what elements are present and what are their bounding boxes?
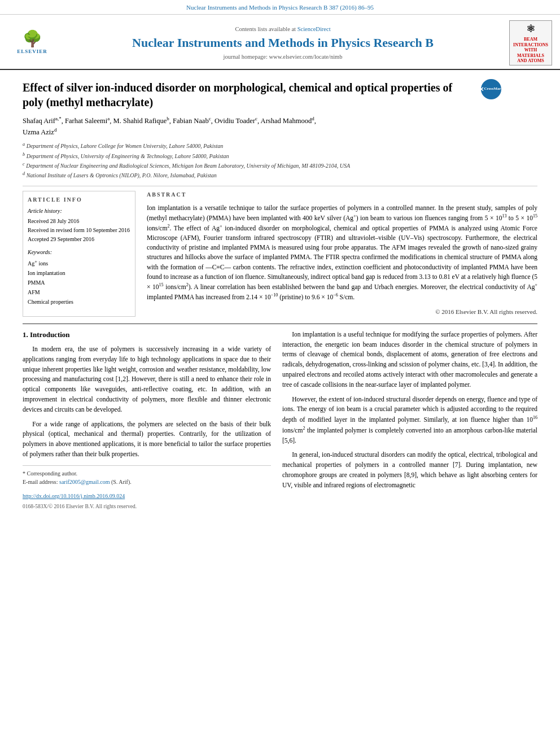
title-row: Effect of silver ion-induced disorder on… — [23, 76, 537, 115]
affiliations: a Department of Physics, Lahore College … — [23, 141, 537, 180]
abstract-section: ABSTRACT Ion implantation is a versatile… — [147, 191, 537, 317]
issn-line: 0168-583X/© 2016 Elsevier B.V. All right… — [23, 503, 271, 510]
corresponding-author-note: * Corresponding author. — [23, 469, 271, 478]
history-label: Article history: — [28, 207, 130, 215]
elsevier-logo: 🌳 ELSEVIER — [10, 29, 55, 56]
info-abstract-section: ARTICLE INFO Article history: Received 2… — [23, 191, 537, 317]
journal-title: Nuclear Instruments and Methods in Physi… — [63, 36, 502, 50]
affiliation-d: d National Institute of Lasers & Optroni… — [23, 171, 537, 180]
journal-title-area: Contents lists available at ScienceDirec… — [63, 25, 502, 62]
beam-box-title: BEAMINTERACTIONSWITHMATERIALSAND ATOMS — [513, 37, 548, 64]
elsevier-tree-icon: 🌳 — [23, 31, 42, 47]
authors-line: Shafaq Arifa,*, Farhat Saleemia, M. Shah… — [23, 115, 537, 138]
intro-para-5: In general, ion-induced structural disor… — [282, 450, 537, 490]
article-body: Effect of silver ion-induced disorder on… — [0, 70, 560, 516]
article-title: Effect of silver ion-induced disorder on… — [23, 80, 474, 110]
section1-heading: 1. Introduction — [23, 330, 271, 340]
contents-line: Contents lists available at ScienceDirec… — [63, 25, 502, 34]
accepted-date: Accepted 29 September 2016 — [28, 235, 130, 244]
section-divider — [23, 324, 537, 324]
journal-header: 🌳 ELSEVIER Contents lists available at S… — [0, 15, 560, 70]
copyright-line: © 2016 Elsevier B.V. All rights reserved… — [147, 308, 537, 316]
intro-para-2: For a wide range of applications, the po… — [23, 420, 271, 460]
main-content: 1. Introduction In modern era, the use o… — [23, 330, 537, 511]
sciencedirect-link[interactable]: ScienceDirect — [298, 26, 331, 32]
affiliation-a: a Department of Physics, Lahore College … — [23, 141, 537, 150]
affiliation-c: c Department of Nuclear Engineering and … — [23, 161, 537, 170]
left-column: 1. Introduction In modern era, the use o… — [23, 330, 271, 511]
email-note: E-mail address: sarif2005@gmail.com (S. … — [23, 478, 271, 486]
affiliation-b: b Department of Physics, University of E… — [23, 151, 537, 160]
divider-1 — [23, 186, 537, 186]
intro-para-3: Ion implantation is a useful technique f… — [282, 330, 537, 390]
beam-box-area: ⚛ BEAMINTERACTIONSWITHMATERIALSAND ATOMS — [508, 20, 553, 65]
article-info-title: ARTICLE INFO — [28, 196, 130, 204]
keywords-list: Ag+ ions Ion implantation PMMA AFM Chemi… — [28, 258, 130, 307]
elsevier-wordmark: ELSEVIER — [17, 48, 47, 55]
keywords-label: Keywords: — [28, 248, 130, 256]
history-dates: Received 28 July 2016 Received in revise… — [28, 217, 130, 244]
received-revised-date: Received in revised form 10 September 20… — [28, 226, 130, 235]
beam-icon: ⚛ — [526, 23, 535, 36]
right-column: Ion implantation is a useful technique f… — [282, 330, 537, 511]
keyword-2: Ion implantation — [28, 268, 130, 278]
email-link[interactable]: sarif2005@gmail.com — [59, 479, 110, 485]
intro-para-1: In modern era, the use of polymers is su… — [23, 344, 271, 415]
keyword-5: Chemical properties — [28, 297, 130, 307]
journal-reference: Nuclear Instruments and Methods in Physi… — [0, 0, 560, 15]
article-info-box: ARTICLE INFO Article history: Received 2… — [23, 191, 135, 317]
keyword-1: Ag+ ions — [28, 258, 130, 268]
intro-para-4: However, the extent of ion-induced struc… — [282, 395, 537, 446]
journal-homepage: journal homepage: www.elsevier.com/locat… — [63, 53, 502, 62]
crossmark-icon: ✕CrossMark — [481, 79, 501, 99]
keyword-3: PMMA — [28, 278, 130, 287]
crossmark-badge[interactable]: ✕CrossMark — [480, 78, 502, 101]
abstract-title: ABSTRACT — [147, 191, 537, 199]
doi-link[interactable]: http://dx.doi.org/10.1016/j.nimb.2016.09… — [23, 493, 125, 499]
keyword-4: AFM — [28, 287, 130, 297]
beam-interactions-box: ⚛ BEAMINTERACTIONSWITHMATERIALSAND ATOMS — [509, 20, 552, 65]
abstract-text: Ion implantation is a versatile techniqu… — [147, 203, 537, 303]
received-date: Received 28 July 2016 — [28, 217, 130, 226]
elsevier-logo-area: 🌳 ELSEVIER — [7, 29, 58, 56]
footnote-section: * Corresponding author. E-mail address: … — [23, 465, 271, 486]
